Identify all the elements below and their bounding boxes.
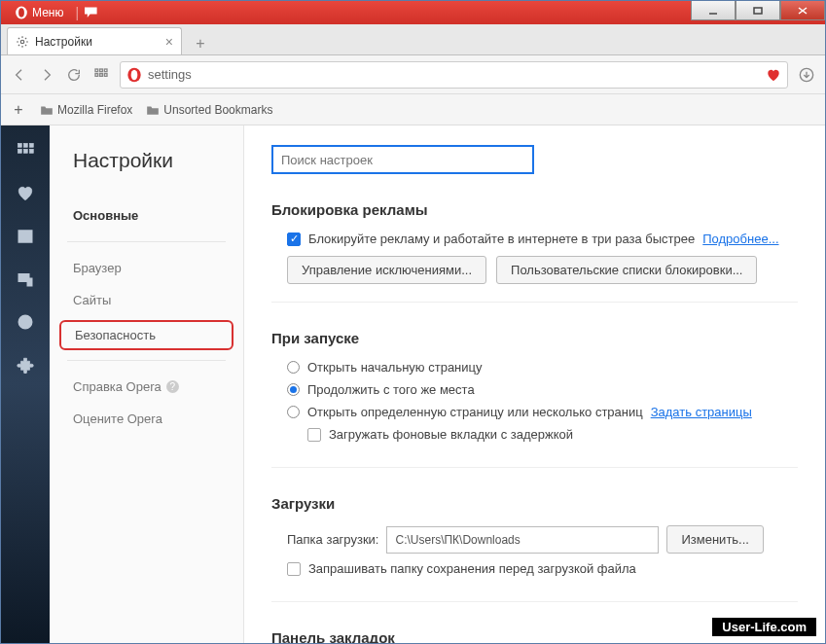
bookmark-label: Mozilla Firefox: [57, 103, 132, 117]
sidebar-item-browser[interactable]: Браузер: [50, 252, 243, 284]
svg-rect-11: [100, 73, 103, 76]
navigation-bar: [1, 55, 825, 94]
startup-label-delay: Загружать фоновые вкладки с задержкой: [329, 427, 573, 442]
startup-label-home: Открыть начальную страницу: [307, 360, 483, 375]
ask-folder-checkbox[interactable]: [287, 562, 301, 576]
svg-point-14: [131, 69, 138, 80]
settings-sidebar: Настройки Основные Браузер Сайты Безопас…: [50, 125, 244, 643]
tab-title: Настройки: [35, 35, 92, 49]
adblock-label: Блокируйте рекламу и работайте в интерне…: [308, 232, 695, 246]
ask-folder-label: Запрашивать папку сохранения перед загру…: [308, 561, 636, 576]
sidebar-item-security[interactable]: Безопасность: [59, 320, 233, 350]
set-pages-link[interactable]: Задать страницы: [651, 405, 752, 419]
svg-rect-7: [95, 69, 98, 72]
svg-rect-20: [24, 150, 28, 154]
folder-icon: [40, 104, 54, 116]
svg-rect-18: [30, 144, 34, 148]
sidebar-item-sites[interactable]: Сайты: [50, 284, 243, 316]
tab-bar: Настройки × +: [1, 24, 825, 55]
section-startup: При запуске Открыть начальную страницу П…: [271, 330, 798, 468]
startup-radio-pages[interactable]: [287, 406, 300, 418]
svg-rect-17: [24, 144, 28, 148]
bookmark-label: Unsorted Bookmarks: [163, 103, 272, 117]
download-folder-input[interactable]: [386, 526, 659, 554]
svg-rect-12: [104, 73, 107, 76]
back-button[interactable]: [11, 66, 28, 84]
settings-search-input[interactable]: [271, 145, 534, 174]
history-nav-icon[interactable]: [16, 312, 35, 332]
window-controls: [691, 1, 825, 20]
custom-lists-button[interactable]: Пользовательские списки блокировки...: [496, 256, 757, 284]
section-downloads: Загрузки Папка загрузки: Изменить... Зап…: [271, 495, 798, 602]
sidebar-divider: [67, 360, 226, 361]
startup-delay-checkbox[interactable]: [307, 428, 321, 442]
bookmarks-bar: + Mozilla Firefox Unsorted Bookmarks: [1, 94, 825, 125]
speed-dial-nav-icon[interactable]: [16, 141, 35, 161]
section-title: Загрузки: [271, 495, 798, 512]
startup-radio-home[interactable]: [287, 361, 300, 374]
svg-rect-9: [104, 69, 107, 72]
startup-label-continue: Продолжить с того же места: [307, 382, 475, 397]
speech-icon[interactable]: [83, 6, 100, 19]
svg-rect-8: [100, 69, 103, 72]
address-input[interactable]: [148, 67, 760, 82]
new-tab-button[interactable]: +: [188, 33, 213, 54]
svg-point-1: [18, 8, 24, 17]
tab-close-icon[interactable]: ×: [165, 34, 173, 50]
speed-dial-icon[interactable]: [92, 66, 110, 84]
extensions-nav-icon[interactable]: [16, 355, 35, 375]
sidebar-item-basic[interactable]: Основные: [50, 199, 243, 232]
reload-button[interactable]: [65, 66, 83, 84]
help-icon: ?: [166, 380, 179, 393]
sync-nav-icon[interactable]: [16, 269, 35, 289]
svg-rect-3: [754, 8, 762, 14]
menu-label: Меню: [32, 6, 63, 19]
icon-sidebar: [1, 125, 50, 643]
download-folder-label: Папка загрузки:: [287, 532, 378, 547]
bookmarks-nav-icon[interactable]: [16, 184, 35, 203]
svg-rect-16: [18, 144, 22, 148]
svg-rect-19: [18, 150, 22, 154]
opera-logo-icon: [15, 6, 28, 19]
close-button[interactable]: [780, 1, 825, 20]
titlebar: Меню |: [1, 1, 825, 24]
sidebar-divider: [67, 241, 226, 242]
titlebar-separator: |: [75, 5, 79, 20]
startup-radio-continue[interactable]: [287, 383, 300, 396]
adblock-checkbox[interactable]: [287, 233, 301, 246]
adblock-more-link[interactable]: Подробнее...: [702, 232, 778, 246]
sidebar-title: Настройки: [50, 149, 243, 199]
startup-label-pages: Открыть определенную страницу или нескол…: [307, 405, 643, 419]
watermark: User-Life.com: [712, 618, 816, 636]
folder-icon: [146, 104, 160, 116]
svg-point-6: [20, 40, 24, 44]
add-bookmark-button[interactable]: +: [11, 101, 26, 119]
manage-exceptions-button[interactable]: Управление исключениями...: [287, 256, 486, 284]
news-nav-icon[interactable]: [16, 227, 35, 246]
downloads-icon[interactable]: [798, 66, 815, 84]
minimize-button[interactable]: [691, 1, 736, 20]
app-window: Меню | Настройки × + +: [0, 0, 826, 644]
forward-button[interactable]: [38, 66, 55, 84]
svg-rect-21: [30, 150, 34, 154]
section-adblock: Блокировка рекламы Блокируйте рекламу и …: [271, 201, 798, 303]
svg-rect-10: [95, 73, 98, 76]
content-area: Настройки Основные Браузер Сайты Безопас…: [1, 125, 825, 643]
bookmark-item[interactable]: Mozilla Firefox: [40, 103, 132, 117]
opera-icon: [126, 67, 142, 83]
bookmark-item[interactable]: Unsorted Bookmarks: [146, 103, 272, 117]
change-folder-button[interactable]: Изменить...: [666, 525, 763, 554]
section-title: Блокировка рекламы: [271, 201, 798, 218]
heart-icon[interactable]: [766, 68, 781, 82]
address-bar[interactable]: [120, 61, 788, 89]
menu-button[interactable]: Меню: [7, 4, 71, 21]
section-title: При запуске: [271, 330, 798, 346]
main-panel: Блокировка рекламы Блокируйте рекламу и …: [244, 125, 825, 643]
maximize-button[interactable]: [736, 1, 780, 20]
tab-settings[interactable]: Настройки ×: [7, 27, 182, 54]
sidebar-help-label: Справка Opera: [73, 379, 162, 394]
sidebar-item-help[interactable]: Справка Opera ?: [50, 371, 243, 403]
sidebar-item-rate[interactable]: Оцените Opera: [50, 403, 243, 435]
svg-rect-26: [27, 278, 32, 286]
gear-icon: [16, 35, 29, 49]
